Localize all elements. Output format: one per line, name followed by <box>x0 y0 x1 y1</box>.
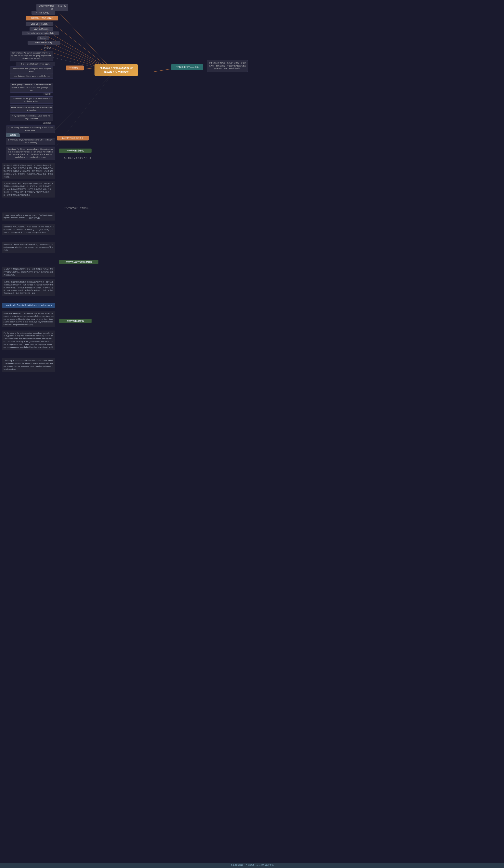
strong-phrases-node: b.应用性强的句式和语句 <box>57 136 89 141</box>
bottom-bar: 大学英语四级、六级考试一创佳写作备考资料 <box>0 863 504 868</box>
directions-node: Directions: For this part, you are allow… <box>6 147 55 160</box>
format-node: a.英语书信的格式——公函、私函 <box>37 4 68 11</box>
phrase5-node: It is a great pleasure for me to have th… <box>10 83 53 93</box>
opening-label: 开头用语 <box>39 46 55 50</box>
closing-love-node: Love... <box>38 36 49 40</box>
problem-phrase-node: In recent days, we have to face a proble… <box>2 213 55 220</box>
svg-line-0 <box>53 6 114 72</box>
phrase2-node: It is so great to here from you again. <box>16 62 55 66</box>
mindmap-container: 2015年6月大学英语四级 写作备考：应用类作文 注意事项： (五)应用类作文—… <box>0 0 504 868</box>
end1-node: 1. I am looking forward to a favorable r… <box>6 125 55 133</box>
no-real-name-node: C.不要写真名。 <box>31 11 55 15</box>
phrase4-node: I trust that everything is going smoothl… <box>10 74 53 79</box>
svg-line-1 <box>45 18 114 72</box>
info-box: 应用文重点考查话语，要求考生按照这个情景给某人写一封对应信函，并在其中中的情景元… <box>207 60 248 72</box>
phrase3-node: I hope this letter finds you in good hea… <box>10 66 53 74</box>
dec-intro-node: 如今孩子们情帮妈妈帮而无法自立，或者这类爸爸们的力社会部同学因此问题趋向，只需要… <box>2 267 55 277</box>
greeting-mr-node: Mr./Mrs./Miss/Ms. <box>30 27 53 31</box>
key-phrases-node: 应用类作文书信关键句式 <box>26 16 58 20</box>
personal-phrase-node: Personally, I believe that——(我的解决方法). Co… <box>2 242 55 253</box>
end2-node: 2. Thank you for your consideration and … <box>6 138 55 145</box>
year2011jan2-label: 2011年1月四级作文 <box>59 319 92 323</box>
phrase1-node: How time flies! We haven't seen each oth… <box>10 51 53 61</box>
mid1-node: In my humble opinion, you would be wise … <box>10 96 53 104</box>
closing-affectionately-node: Yours affectionately. <box>28 41 60 45</box>
essay-title-node: How Should Parents Help Children be Inde… <box>2 303 55 308</box>
svg-line-12 <box>55 72 114 130</box>
middle-label: 中间用语 <box>39 92 55 96</box>
analysis1-node: 今年的作文主题非常贴近考生的生活，给了生生很大的发挥空间。国长与日常生活密切的中… <box>2 163 55 179</box>
attention-node: 注意事项： <box>66 65 84 70</box>
essay-p2-node: For the future of the next generation, m… <box>2 331 55 350</box>
year2011jan-label: 2011年1月四级作文 <box>59 148 92 153</box>
essay-p1-node: Nowadays, there is an increasing toleran… <box>2 311 55 327</box>
closing-sincerely-node: Yours sincerely, yours truthfully. <box>22 31 59 35</box>
solution-phrase-node: Confronted with A, we should make people… <box>2 224 55 235</box>
analysis2-node: 从具体操作的角度来说，对于解释较为清晰的考生，这次的作文应该是比较容易能够控制好… <box>2 181 55 197</box>
year2011dec-label: 2011年12月大学英语四级真题 <box>59 260 99 264</box>
point2-label-node: 2.为了孩子独立，父母应该...... <box>59 207 97 210</box>
mid3-node: In my experience, it seems that...would … <box>10 114 53 121</box>
applied-writing-node: (五)应用类作文——信函 <box>171 64 203 70</box>
connector-lines <box>0 0 504 868</box>
mid2-node: I hope you will find it possible/forward… <box>10 105 53 113</box>
center-node: 2015年6月大学英语四级 写作备考：应用类作文 <box>94 64 138 76</box>
greeting-dear-node: Dear Sir or Madam, <box>26 22 53 26</box>
point1-label-node: 1.目前不少父母为孩子包办一切 <box>59 156 97 160</box>
practice-label-node: 实践题 <box>6 133 20 137</box>
dec-text1-node: 但是对于被媒体和就教授是自说自道说题的同学来说，如何处理需要重视相比较的分析，需… <box>2 279 55 296</box>
closing-label-section: 结尾用语 <box>39 122 55 125</box>
essay-p3-node: The quality of independence is indispens… <box>2 358 55 372</box>
